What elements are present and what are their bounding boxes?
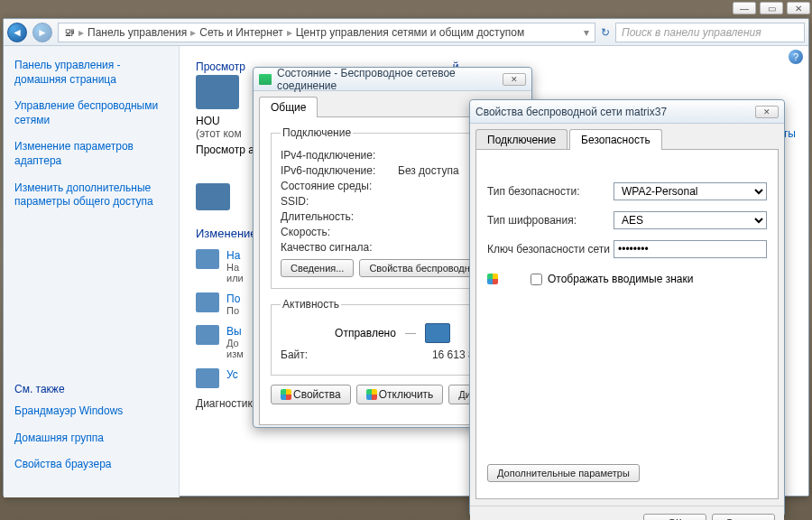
control-panel-home-link[interactable]: Панель управления - домашняя страница <box>14 59 168 87</box>
disable-button[interactable]: Отключить <box>356 385 444 404</box>
wireless-properties-dialog: Свойства беспроводной сети matrix37 ✕ По… <box>469 99 785 516</box>
task-icon <box>196 325 219 345</box>
sidebar-link[interactable]: Свойства браузера <box>14 458 168 472</box>
security-key-input[interactable] <box>614 240 767 258</box>
security-type-label: Тип безопасности: <box>487 185 614 198</box>
status-titlebar[interactable]: Состояние - Беспроводное сетевое соедине… <box>254 68 531 91</box>
signal-label: Качество сигнала: <box>281 241 398 254</box>
shield-icon <box>366 389 377 400</box>
cancel-button[interactable]: Отмена <box>712 514 775 520</box>
see-also-heading: См. также <box>14 383 168 395</box>
details-button[interactable]: Сведения... <box>281 259 354 277</box>
maximize-button[interactable]: ▭ <box>760 2 783 14</box>
crumb[interactable]: Сеть и Интернет <box>198 26 284 39</box>
tab-connection[interactable]: Подключение <box>475 129 567 150</box>
sidebar-link[interactable]: Домашняя группа <box>14 432 168 446</box>
props-title: Свойства беспроводной сети matrix37 <box>475 106 755 118</box>
window-sysbuttons: — ▭ ✕ <box>731 0 812 16</box>
tab-general[interactable]: Общие <box>259 97 318 117</box>
duration-label: Длительность: <box>281 210 398 223</box>
back-button[interactable]: ◄ <box>7 23 27 42</box>
activity-legend: Активность <box>281 298 341 311</box>
task-icon <box>196 249 219 269</box>
speed-label: Скорость: <box>281 226 398 238</box>
monitor-icon <box>425 323 450 343</box>
sidebar: Панель управления - домашняя страница Уп… <box>4 46 180 497</box>
props-body: Тип безопасности: WPA2-Personal Тип шифр… <box>475 149 779 499</box>
security-type-select[interactable]: WPA2-Personal <box>614 182 767 200</box>
close-button[interactable]: ✕ <box>787 2 810 14</box>
bytes-label: Байт: <box>281 348 398 361</box>
sent-label: Отправлено <box>335 327 396 339</box>
ok-button[interactable]: ОК <box>643 514 706 520</box>
ssid-label: SSID: <box>281 195 398 208</box>
close-button[interactable]: ✕ <box>755 106 779 118</box>
breadcrumb[interactable]: 🖳▸ Панель управления▸ Сеть и Интернет▸ Ц… <box>58 23 595 42</box>
show-chars-checkbox[interactable] <box>531 274 542 285</box>
crumb[interactable]: Панель управления <box>86 26 189 39</box>
advanced-button[interactable]: Дополнительные параметры <box>487 464 640 482</box>
servers-icon <box>196 183 230 210</box>
signal-icon <box>259 74 272 85</box>
computer-icon: 🖳 <box>62 26 77 39</box>
close-button[interactable]: ✕ <box>503 73 526 86</box>
help-icon[interactable]: ? <box>789 50 803 64</box>
show-chars-label: Отображать вводимые знаки <box>548 273 693 285</box>
key-label: Ключ безопасности сети <box>487 243 614 255</box>
connection-legend: Подключение <box>281 126 353 139</box>
shield-icon <box>487 274 498 284</box>
sidebar-link[interactable]: Брандмауэр Windows <box>14 404 168 419</box>
props-titlebar[interactable]: Свойства беспроводной сети matrix37 ✕ <box>470 100 784 124</box>
task-icon <box>196 368 219 388</box>
refresh-icon[interactable]: ↻ <box>601 26 610 39</box>
sidebar-link[interactable]: Изменение параметров адаптера <box>14 140 168 168</box>
task-icon <box>196 292 219 312</box>
properties-button[interactable]: Свойства <box>271 385 351 404</box>
shield-icon <box>281 389 291 400</box>
network-icon <box>196 75 239 109</box>
sidebar-link[interactable]: Управление беспроводными сетями <box>14 99 168 127</box>
minimize-button[interactable]: — <box>733 2 756 14</box>
crumb[interactable]: Центр управления сетями и общим доступом <box>294 26 527 39</box>
encryption-select[interactable]: AES <box>614 211 767 229</box>
media-label: Состояние среды: <box>281 180 398 192</box>
search-input[interactable]: Поиск в панели управления <box>615 23 805 42</box>
ipv6-value: Без доступа <box>398 164 459 177</box>
encryption-label: Тип шифрования: <box>487 214 614 227</box>
forward-button[interactable]: ► <box>32 23 52 42</box>
navigation-bar: ◄ ► 🖳▸ Панель управления▸ Сеть и Интерне… <box>4 19 808 46</box>
sidebar-link[interactable]: Изменить дополнительные параметры общего… <box>14 181 168 209</box>
status-title: Состояние - Беспроводное сетевое соедине… <box>277 67 503 92</box>
ipv4-label: IPv4-подключение: <box>281 149 398 162</box>
tab-security[interactable]: Безопасность <box>569 129 662 150</box>
arrow-icon: — <box>405 327 416 339</box>
ipv6-label: IPv6-подключение: <box>281 164 398 177</box>
